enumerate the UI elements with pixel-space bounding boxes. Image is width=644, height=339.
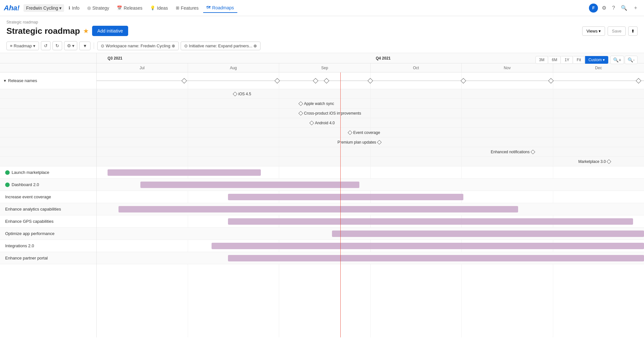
- initiative-bar-row-1: [97, 166, 644, 179]
- initiative-left-7[interactable]: Integrations 2.0: [0, 240, 96, 252]
- strategy-icon: ◎: [87, 5, 91, 10]
- export-button[interactable]: ⬆: [628, 26, 638, 36]
- release-diamond-1: [182, 78, 187, 83]
- milestone-row-5-left: [0, 128, 96, 137]
- month-labels: Jul Aug Sep Oct Nov Dec: [97, 63, 644, 72]
- save-button[interactable]: Save: [608, 26, 626, 36]
- undo-button[interactable]: ↺: [41, 41, 51, 50]
- milestone-diamond-marketplace: [607, 159, 611, 164]
- milestone-row-6-left: [0, 137, 96, 147]
- milestone-row-6: Premium plan updates: [97, 137, 644, 147]
- zoom-3m[interactable]: 3M: [535, 56, 548, 64]
- nav-strategy[interactable]: ◎ Strategy: [84, 4, 112, 13]
- nav-releases[interactable]: 📅 Releases: [114, 4, 146, 13]
- filter-button[interactable]: ▼: [79, 42, 90, 50]
- milestone-enhanced-notif: Enhanced notifications: [491, 150, 535, 154]
- views-button[interactable]: Views ▾: [582, 26, 605, 36]
- milestone-label-marketplace: Marketplace 3.0: [578, 159, 606, 164]
- settings-btn[interactable]: ⚙: [600, 3, 608, 13]
- page-title: Strategic roadmap: [6, 26, 80, 36]
- settings-button[interactable]: ⚙ ▾: [64, 41, 78, 50]
- milestone-row-2-left: [0, 99, 96, 108]
- milestone-row-7-left: [0, 147, 96, 157]
- favorite-star-icon[interactable]: ★: [83, 27, 89, 35]
- search-btn[interactable]: 🔍: [619, 3, 629, 13]
- release-diamond-3: [313, 78, 318, 83]
- milestone-diamond-cross-product: [298, 111, 303, 115]
- zoom-1y[interactable]: 1Y: [561, 56, 573, 64]
- initiative-name-3: Increase event coverage: [5, 194, 51, 199]
- initiative-left-4[interactable]: Enhance analytics capabilities: [0, 203, 96, 215]
- milestone-android: Android 4.0: [310, 121, 335, 125]
- milestone-row-4: Android 4.0: [97, 118, 644, 128]
- initiative-bar-3[interactable]: [228, 194, 463, 200]
- release-diamond-5: [368, 78, 373, 83]
- q4-label: Q4 2021: [376, 56, 391, 61]
- month-aug: Aug: [188, 63, 279, 72]
- milestone-apple-watch: Apple watch sync: [299, 101, 334, 106]
- initiative-filter-icon: ⊙: [184, 43, 188, 48]
- milestone-diamond-enhanced-notif: [531, 149, 535, 154]
- month-row: Jul Aug Sep Oct Nov Dec: [0, 63, 644, 72]
- workspace-chevron: ▾: [59, 5, 62, 11]
- initiative-filter[interactable]: ⊙ Initiative name: Expand partners... ⊕: [181, 42, 261, 50]
- help-btn[interactable]: ?: [610, 3, 617, 13]
- milestone-row-8: Marketplace 3.0: [97, 157, 644, 166]
- page-title-row: Strategic roadmap ★ Add initiative Views…: [6, 26, 638, 36]
- initiative-bar-row-4: [97, 203, 644, 215]
- milestone-row-5: Event coverage: [97, 128, 644, 137]
- nav-info-label: Info: [72, 5, 79, 11]
- release-names-row-left[interactable]: ▾ Release names: [0, 72, 96, 89]
- redo-button[interactable]: ↻: [52, 41, 62, 50]
- zoom-fit[interactable]: Fit: [573, 56, 584, 64]
- nav-info[interactable]: ℹ Info: [65, 4, 82, 13]
- avatar[interactable]: F: [589, 4, 598, 13]
- workspace-filter[interactable]: ⊙ Workspace name: Fredwin Cycling ⊕: [97, 42, 178, 50]
- milestone-label-apple-watch: Apple watch sync: [304, 101, 334, 106]
- release-diamond-2: [275, 78, 280, 83]
- initiative-bar-5[interactable]: [228, 218, 633, 225]
- add-initiative-button[interactable]: Add initiative: [92, 26, 128, 36]
- roadmap-selector[interactable]: ≡ Roadmap ▾: [6, 42, 39, 50]
- milestone-row-1: iOS 4.5: [97, 89, 644, 99]
- initiative-bar-8[interactable]: [228, 255, 644, 261]
- nav-ideas[interactable]: 💡 Ideas: [147, 4, 171, 13]
- initiative-bar-row-7: [97, 240, 644, 252]
- initiative-name-6: Optimize app performance: [5, 231, 54, 236]
- initiative-filter-label: Initiative name: Expand partners... ⊕: [189, 43, 257, 48]
- zoom-custom[interactable]: Custom ▾: [585, 56, 608, 64]
- add-btn[interactable]: ＋: [631, 3, 640, 13]
- nav-roadmaps-label: Roadmaps: [212, 5, 234, 10]
- logo: Aha!: [4, 4, 20, 12]
- workspace-selector[interactable]: Fredwin Cycling ▾: [24, 4, 64, 12]
- initiative-left-3[interactable]: Increase event coverage: [0, 191, 96, 203]
- zoom-controls: 3M 6M 1Y Fit Custom ▾ 🔍+ 🔍-: [535, 56, 638, 64]
- initiative-left-6[interactable]: Optimize app performance: [0, 228, 96, 240]
- initiative-left-5[interactable]: Enhance GPS capabilities: [0, 215, 96, 228]
- zoom-out-btn[interactable]: 🔍-: [625, 56, 638, 64]
- top-nav: Aha! Fredwin Cycling ▾ ℹ Info ◎ Strategy…: [0, 0, 644, 16]
- info-icon: ℹ: [69, 5, 70, 10]
- initiative-bar-7[interactable]: [212, 243, 644, 249]
- nav-roadmaps[interactable]: 🗺 Roadmaps: [203, 3, 237, 13]
- milestone-row-3: Cross-product iOS improvements: [97, 108, 644, 118]
- ideas-icon: 💡: [150, 5, 155, 10]
- zoom-in-btn[interactable]: 🔍+: [610, 56, 624, 64]
- initiative-bar-4[interactable]: [118, 206, 518, 212]
- initiative-left-8[interactable]: Enhance partner portal: [0, 252, 96, 264]
- nav-features-label: Features: [181, 5, 199, 11]
- month-nov: Nov: [462, 63, 553, 72]
- milestone-diamond-apple-watch: [298, 101, 303, 106]
- nav-features[interactable]: ⊞ Features: [173, 4, 202, 13]
- initiative-bar-1[interactable]: [108, 169, 261, 176]
- initiative-bar-6[interactable]: [332, 231, 644, 237]
- initiative-bar-2[interactable]: [140, 182, 359, 188]
- workspace-filter-icon: ⊙: [101, 43, 104, 48]
- milestone-row-8-left: [0, 157, 96, 166]
- initiative-left-2[interactable]: Dashboard 2.0: [0, 179, 96, 191]
- initiative-left-1[interactable]: Launch marketplace: [0, 166, 96, 179]
- roadmap-name: Roadmap ▾: [14, 43, 35, 48]
- initiative-name-4: Enhance analytics capabilities: [5, 207, 61, 212]
- zoom-6m[interactable]: 6M: [549, 56, 561, 64]
- gantt-left-panel: ▾ Release names Launch mark: [0, 72, 97, 337]
